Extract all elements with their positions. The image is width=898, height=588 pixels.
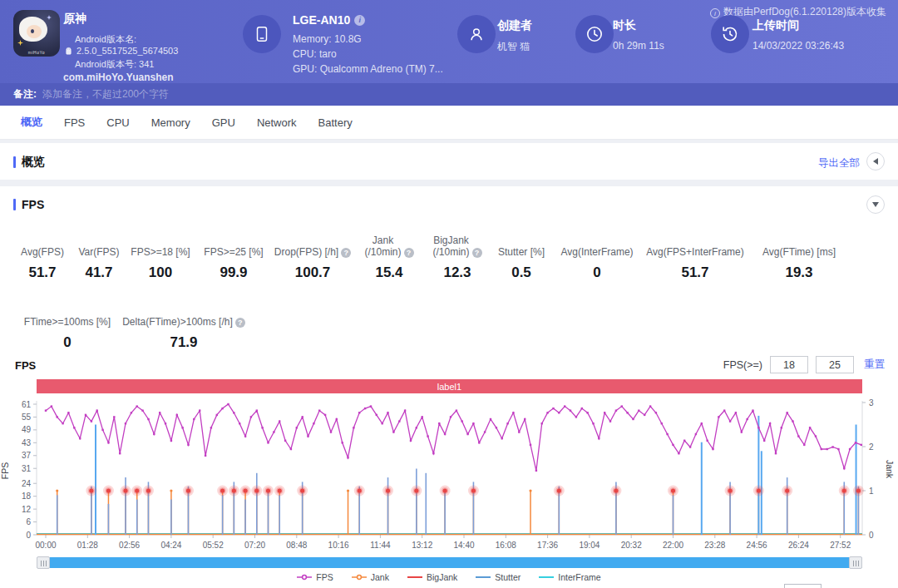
svg-text:55: 55 bbox=[22, 413, 32, 422]
stat-label: Avg(FPS+InterFrame) bbox=[646, 233, 743, 258]
stat-value: 19.3 bbox=[785, 264, 812, 281]
svg-text:14:40: 14:40 bbox=[453, 541, 474, 550]
legend-marker-icon bbox=[539, 574, 554, 581]
upload-icon-circle bbox=[711, 15, 749, 53]
svg-text:2: 2 bbox=[869, 442, 874, 452]
device-name: LGE-AN10i bbox=[293, 13, 365, 27]
android-icon bbox=[64, 47, 73, 56]
tab-CPU[interactable]: CPU bbox=[106, 116, 129, 129]
legend-Stutter[interactable]: Stutter bbox=[476, 572, 521, 582]
section-accent-bar bbox=[13, 156, 16, 168]
tab-FPS[interactable]: FPS bbox=[64, 116, 85, 129]
creator-icon-circle bbox=[457, 15, 496, 53]
svg-text:17:36: 17:36 bbox=[537, 541, 558, 550]
device-info-icon[interactable]: i bbox=[354, 15, 365, 26]
stat-value: 71.9 bbox=[170, 334, 197, 351]
svg-text:11:44: 11:44 bbox=[370, 541, 391, 550]
fps-collapse-button[interactable] bbox=[866, 195, 885, 214]
stat-value: 100.7 bbox=[295, 264, 331, 281]
scrollbar-left-handle[interactable] bbox=[37, 556, 50, 569]
overview-collapse-button[interactable] bbox=[866, 152, 885, 170]
creator-label: 创建者 bbox=[497, 18, 532, 33]
help-icon[interactable] bbox=[404, 248, 414, 258]
chart-legend: FPSJankBigJankStutterInterFrame bbox=[0, 572, 898, 582]
svg-text:02:56: 02:56 bbox=[119, 541, 140, 550]
header: i数据由PerfDog(6.1.220128)版本收集 miHoYo 原神 An… bbox=[0, 0, 898, 83]
clock-icon bbox=[585, 24, 604, 44]
legend-Jank[interactable]: Jank bbox=[352, 572, 389, 582]
device-icon-circle bbox=[243, 15, 281, 53]
svg-text:24: 24 bbox=[22, 479, 32, 488]
svg-text:12: 12 bbox=[22, 505, 32, 514]
tab-GPU[interactable]: GPU bbox=[212, 116, 235, 129]
note-bar[interactable]: 备注: 添加备注，不超过200个字符 bbox=[0, 83, 898, 106]
chart-range-scrollbar[interactable] bbox=[37, 557, 862, 568]
legend-marker-icon bbox=[476, 574, 491, 581]
info-icon: i bbox=[710, 8, 720, 18]
legend-FPS[interactable]: FPS bbox=[297, 572, 333, 582]
note-placeholder: 添加备注，不超过200个字符 bbox=[42, 87, 169, 101]
stat-label: Stutter [%] bbox=[498, 233, 545, 258]
svg-text:27:52: 27:52 bbox=[830, 541, 851, 550]
svg-text:22:00: 22:00 bbox=[663, 541, 683, 550]
app-version-code: Android版本号: 341 bbox=[75, 58, 154, 71]
stat-label: FTime>=100ms [%] bbox=[24, 303, 111, 328]
svg-text:23:28: 23:28 bbox=[704, 541, 725, 550]
tab-bar: 概览FPSCPUMemoryGPUNetworkBattery bbox=[0, 106, 898, 140]
history-clock-icon bbox=[720, 24, 740, 44]
stat-label: Jank (/10min) bbox=[364, 233, 413, 258]
legend-marker-icon bbox=[297, 574, 312, 581]
fps-threshold-input-2[interactable] bbox=[816, 356, 854, 373]
help-icon[interactable] bbox=[341, 248, 351, 258]
creator-value: 机智 猫 bbox=[497, 40, 530, 54]
tab-Battery[interactable]: Battery bbox=[318, 116, 353, 129]
app-version-name: 2.5.0_5517525_5674503 bbox=[76, 46, 178, 56]
perfdog-report-page: i数据由PerfDog(6.1.220128)版本收集 miHoYo 原神 An… bbox=[0, 0, 898, 588]
legend-marker-icon bbox=[407, 574, 422, 581]
svg-text:07:20: 07:20 bbox=[244, 541, 265, 550]
fps-chart[interactable]: 06121824313743495561012300:0001:2802:560… bbox=[0, 396, 898, 558]
stat-Drop(FPS)-[/h]: Drop(FPS) [/h]100.7 bbox=[273, 233, 353, 281]
legend-BigJank[interactable]: BigJank bbox=[407, 572, 457, 582]
phone-icon bbox=[253, 25, 271, 43]
duration-label: 时长 bbox=[613, 18, 636, 33]
stat-value: 0.5 bbox=[511, 264, 531, 281]
legend-InterFrame[interactable]: InterFrame bbox=[539, 572, 600, 582]
stat-Avg(InterFrame): Avg(InterFrame)0 bbox=[554, 233, 640, 281]
svg-text:FPS: FPS bbox=[0, 462, 10, 479]
stat-value: 0 bbox=[63, 334, 71, 351]
svg-text:49: 49 bbox=[22, 425, 32, 434]
note-label: 备注: bbox=[13, 87, 37, 101]
fps-threshold-input-1[interactable] bbox=[770, 356, 808, 373]
app-version-name-label: Android版本名: bbox=[75, 33, 136, 46]
app-icon: miHoYo bbox=[13, 10, 60, 57]
stat-label: BigJank (/10min) bbox=[432, 233, 481, 258]
help-icon[interactable] bbox=[235, 318, 245, 328]
device-cpu: CPU: taro bbox=[293, 48, 337, 60]
help-icon[interactable] bbox=[472, 248, 482, 258]
stat-FPS>=25-[%]: FPS>=25 [%]99.9 bbox=[195, 233, 273, 281]
tab-Memory[interactable]: Memory bbox=[151, 116, 190, 129]
stat-FPS>=18-[%]: FPS>=18 [%]100 bbox=[126, 233, 195, 281]
tab-概览[interactable]: 概览 bbox=[21, 115, 42, 130]
stat-FTime>=100ms-[%]: FTime>=100ms [%]0 bbox=[13, 303, 121, 351]
fps-stats-row-1: Avg(FPS)51.7Var(FPS)41.7FPS>=18 [%]100FP… bbox=[13, 233, 848, 281]
tab-Network[interactable]: Network bbox=[257, 116, 297, 129]
export-all-link[interactable]: 导出全部 bbox=[818, 156, 860, 170]
next-section-partial-input bbox=[784, 584, 822, 588]
reset-link[interactable]: 重置 bbox=[864, 358, 885, 372]
fps-stats-row-2: FTime>=100ms [%]0Delta(FTime)>100ms [/h]… bbox=[13, 303, 246, 351]
svg-text:19:04: 19:04 bbox=[579, 541, 599, 550]
stat-value: 41.7 bbox=[85, 264, 112, 281]
svg-text:04:24: 04:24 bbox=[160, 541, 181, 550]
svg-text:26:24: 26:24 bbox=[788, 541, 809, 550]
svg-text:61: 61 bbox=[22, 400, 32, 409]
sparkle-icon bbox=[17, 40, 23, 46]
svg-text:0: 0 bbox=[869, 531, 874, 540]
scrollbar-right-handle[interactable] bbox=[849, 556, 862, 569]
stat-value: 12.3 bbox=[443, 264, 471, 281]
fps-chart-title: FPS bbox=[15, 359, 36, 372]
triangle-left-icon bbox=[873, 158, 878, 165]
svg-text:6: 6 bbox=[26, 517, 31, 526]
svg-text:00:00: 00:00 bbox=[35, 541, 56, 550]
